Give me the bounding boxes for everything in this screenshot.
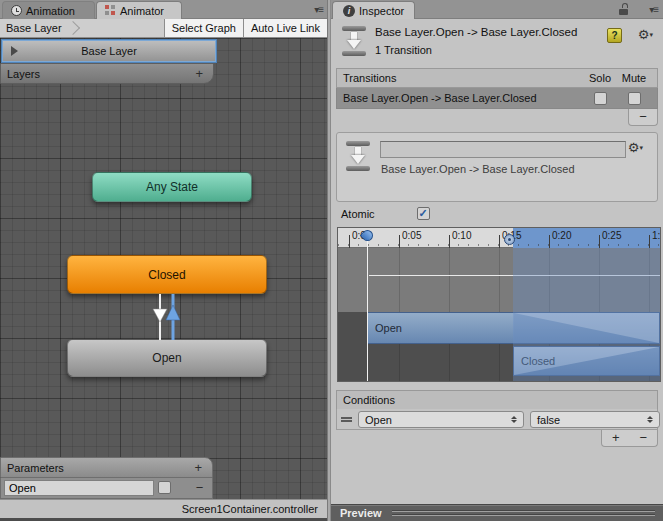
- condition-row: Open false: [336, 409, 658, 430]
- tab-animator[interactable]: Animator: [96, 1, 182, 19]
- layers-collapsed-bar[interactable]: Layers +: [0, 63, 214, 84]
- breadcrumb[interactable]: Base Layer: [0, 19, 68, 37]
- transition-subtitle: 1 Transition: [375, 44, 432, 56]
- timeline-ruler-selected-range: [513, 228, 660, 248]
- detail-gear-icon[interactable]: ⚙▾: [628, 140, 643, 155]
- track-closed-label: Closed: [521, 355, 555, 367]
- mute-checkbox[interactable]: [628, 92, 641, 105]
- mute-column-label: Mute: [617, 72, 651, 84]
- breadcrumb-chevron-icon: [68, 19, 78, 38]
- preview-resize-grip[interactable]: [392, 510, 655, 516]
- condition-value: false: [537, 414, 560, 426]
- transition-detail-box: ⚙▾ Base Layer.Open -> Base Layer.Closed: [336, 132, 658, 202]
- parameter-row: −: [0, 478, 213, 499]
- add-layer-button[interactable]: +: [195, 66, 203, 81]
- transitions-header-label: Transitions: [343, 72, 396, 84]
- inspector-tab-bar: i Inspector ▾≡: [331, 0, 663, 19]
- remove-parameter-button[interactable]: −: [191, 480, 208, 496]
- left-tab-bar: Animation Animator ▾≡: [0, 0, 327, 19]
- state-machine-graph[interactable]: Base Layer Layers + Any State Closed Ope…: [0, 38, 327, 521]
- select-graph-button[interactable]: Select Graph: [164, 19, 243, 37]
- remove-transition-button[interactable]: −: [628, 109, 658, 126]
- condition-value-dropdown[interactable]: false: [530, 411, 660, 428]
- transition-arrows[interactable]: [148, 294, 188, 340]
- condition-parameter-dropdown[interactable]: Open: [358, 411, 524, 428]
- tick-label: 0:25: [602, 230, 621, 241]
- conditions-header-label: Conditions: [343, 394, 395, 406]
- header-gear-icon[interactable]: ⚙▾: [638, 27, 653, 42]
- parameter-name-field[interactable]: [4, 480, 154, 496]
- tab-inspector[interactable]: i Inspector: [332, 1, 415, 19]
- auto-live-link-label: Auto Live Link: [251, 22, 320, 34]
- conditions-section-header: Conditions: [336, 390, 658, 410]
- gear-glyph: ⚙: [628, 140, 640, 155]
- any-state-label: Any State: [146, 180, 198, 194]
- atomic-checkbox[interactable]: ✓: [417, 207, 430, 220]
- tab-animator-label: Animator: [120, 5, 164, 17]
- preview-bar[interactable]: Preview: [331, 504, 663, 521]
- tick-label: 1:00: [652, 230, 661, 241]
- transition-name-input[interactable]: [380, 141, 626, 158]
- preview-label: Preview: [331, 507, 382, 519]
- gear-dropdown-icon: ▾: [649, 31, 653, 38]
- condition-parameter-value: Open: [365, 414, 392, 426]
- add-parameter-button[interactable]: +: [194, 460, 202, 475]
- parameters-header[interactable]: Parameters +: [0, 457, 213, 478]
- track-open-label: Open: [375, 322, 402, 334]
- add-condition-button[interactable]: +: [602, 430, 630, 446]
- transition-detail-label: Base Layer.Open -> Base Layer.Closed: [381, 163, 575, 175]
- timeline-ruler[interactable]: 0:00 0:05 0:10 0:15 0:20 0:25 1:00: [338, 228, 660, 248]
- transition-start-marker-icon[interactable]: [504, 234, 515, 245]
- remove-condition-button[interactable]: −: [630, 430, 658, 446]
- transition-detail-icon: [345, 141, 371, 171]
- inspector-menu-icon[interactable]: ▾≡: [649, 4, 658, 15]
- state-node-closed[interactable]: Closed: [67, 255, 267, 294]
- closed-state-label: Closed: [148, 268, 185, 282]
- panel-menu-icon[interactable]: ▾≡: [314, 4, 323, 15]
- tick-label: 0:10: [452, 230, 471, 241]
- conditions-footer: + −: [601, 430, 658, 447]
- tab-animation-label: Animation: [26, 5, 75, 17]
- parameters-header-label: Parameters: [7, 462, 64, 474]
- breadcrumb-label: Base Layer: [6, 22, 62, 34]
- state-node-any-state[interactable]: Any State: [92, 172, 252, 202]
- state-node-open[interactable]: Open: [67, 339, 267, 377]
- auto-live-link-button[interactable]: Auto Live Link: [243, 19, 327, 37]
- condition-drag-handle-icon[interactable]: [341, 417, 352, 422]
- transition-list-row[interactable]: Base Layer.Open -> Base Layer.Closed: [336, 88, 658, 109]
- transitions-section-header: Transitions Solo Mute: [336, 68, 658, 88]
- up-arrowhead-icon: [166, 305, 180, 320]
- gear-glyph: ⚙: [638, 27, 650, 42]
- transition-row-label: Base Layer.Open -> Base Layer.Closed: [343, 92, 537, 104]
- dropdown-arrows-icon: [647, 416, 653, 423]
- controller-path-label: Screen1Container.controller: [182, 503, 318, 515]
- layer-row-label: Base Layer: [18, 45, 200, 57]
- atomic-row: Atomic ✓: [341, 207, 430, 220]
- lock-icon[interactable]: [619, 6, 629, 15]
- blend-curve-line: [369, 275, 660, 276]
- parameter-value-checkbox[interactable]: [158, 481, 171, 494]
- layer-foldout-icon[interactable]: [11, 46, 18, 56]
- animator-panel: Animation Animator ▾≡ Base Layer Select …: [0, 0, 327, 521]
- timeline-track-closed[interactable]: Closed: [513, 346, 660, 376]
- timeline-track-open[interactable]: Open: [367, 312, 660, 344]
- open-state-label: Open: [152, 351, 181, 365]
- layer-row-base-layer[interactable]: Base Layer: [2, 40, 216, 62]
- open-fade-out: [514, 313, 659, 343]
- solo-column-label: Solo: [583, 72, 617, 84]
- animator-icon: [105, 5, 116, 16]
- tick-label: 0:20: [552, 230, 571, 241]
- transition-timeline[interactable]: Open Closed 0:00 0:05 0:10 0:15 0:20 0:2…: [337, 227, 661, 382]
- solo-checkbox[interactable]: [594, 92, 607, 105]
- help-icon[interactable]: ?: [607, 28, 622, 43]
- inspector-header: Base Layer.Open -> Base Layer.Closed 1 T…: [331, 19, 663, 65]
- controller-status-bar: Screen1Container.controller: [0, 499, 327, 518]
- playhead-line: [367, 238, 368, 381]
- inspector-panel: i Inspector ▾≡ Base Layer.Open -> Base L…: [331, 0, 663, 521]
- unity-editor-window: Animation Animator ▾≡ Base Layer Select …: [0, 0, 663, 521]
- dropdown-arrows-icon: [511, 416, 517, 423]
- layers-bar-label: Layers: [7, 68, 40, 80]
- tab-animation[interactable]: Animation: [2, 1, 95, 19]
- transition-title: Base Layer.Open -> Base Layer.Closed: [375, 26, 577, 38]
- transition-icon: [341, 26, 367, 56]
